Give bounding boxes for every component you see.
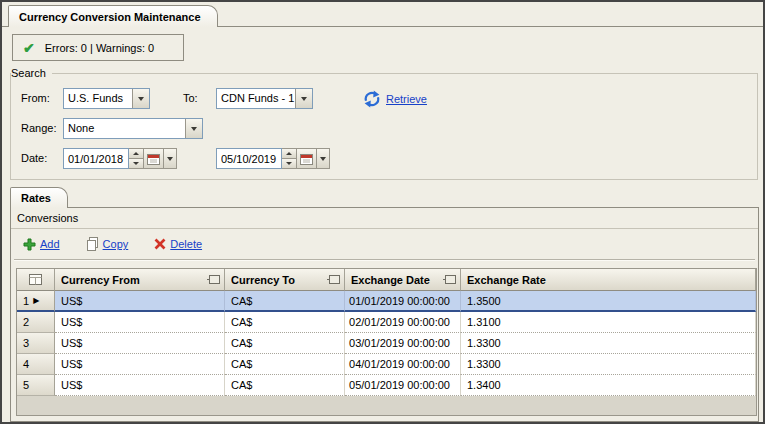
calendar-button[interactable]	[144, 148, 164, 169]
calendar-dropdown-button[interactable]	[317, 148, 330, 169]
copy-label[interactable]: Copy	[103, 238, 129, 250]
grid-toolbar: Add Copy Delete	[23, 234, 202, 254]
to-combobox[interactable]: CDN Funds - 1	[216, 88, 313, 109]
conversions-grid: Currency From Currency To Exchange Date …	[16, 268, 757, 416]
chevron-down-icon	[301, 97, 307, 101]
range-dropdown-button[interactable]	[185, 119, 202, 138]
column-header-exchange-date[interactable]: Exchange Date	[345, 269, 461, 291]
range-combobox[interactable]: None	[63, 118, 203, 139]
table-row[interactable]: 2 US$ CA$ 02/01/2019 00:00:00 1.3100	[17, 312, 756, 333]
cell-currency-to[interactable]: CA$	[225, 291, 345, 312]
calendar-icon	[300, 153, 313, 165]
row-selector[interactable]: 3	[17, 333, 55, 354]
spin-down-button[interactable]	[129, 158, 143, 168]
table-row[interactable]: 4 US$ CA$ 04/01/2019 00:00:00 1.3300	[17, 354, 756, 375]
active-row-arrow-icon: ▶	[33, 297, 39, 305]
status-box: ✔ Errors: 0 | Warnings: 0	[12, 34, 184, 61]
cell-currency-to[interactable]: CA$	[225, 312, 345, 333]
from-dropdown-button[interactable]	[132, 89, 149, 108]
from-combobox-value: U.S. Funds	[64, 89, 132, 108]
table-row[interactable]: 3 US$ CA$ 03/01/2019 00:00:00 1.3300	[17, 333, 756, 354]
arrow-down-icon	[286, 162, 292, 165]
row-selector[interactable]: 4	[17, 354, 55, 375]
pin-column-icon[interactable]	[209, 275, 220, 284]
retrieve-link[interactable]: Retrieve	[386, 93, 427, 105]
cell-currency-from[interactable]: US$	[55, 375, 225, 396]
column-header-label: Exchange Date	[351, 274, 445, 286]
add-plus-icon	[23, 238, 36, 251]
column-header-label: Currency From	[61, 274, 209, 286]
calendar-button[interactable]	[297, 148, 317, 169]
cell-exchange-date[interactable]: 02/01/2019 00:00:00	[345, 312, 461, 333]
chevron-down-icon	[167, 157, 173, 161]
main-tab-label: Currency Conversion Maintenance	[19, 11, 201, 23]
row-selector[interactable]: 1 ▶	[17, 291, 55, 312]
spin-up-button[interactable]	[129, 149, 143, 158]
arrow-up-icon	[286, 152, 292, 155]
chevron-down-icon	[138, 97, 144, 101]
cell-exchange-date[interactable]: 03/01/2019 00:00:00	[345, 333, 461, 354]
calendar-dropdown-button[interactable]	[164, 148, 177, 169]
add-button[interactable]: Add	[23, 238, 60, 251]
cell-exchange-rate[interactable]: 1.3500	[461, 291, 756, 312]
arrow-up-icon	[133, 152, 139, 155]
pin-column-icon[interactable]	[445, 275, 456, 284]
cell-currency-to[interactable]: CA$	[225, 375, 345, 396]
grid-corner-cell[interactable]	[17, 269, 55, 291]
spin-down-button[interactable]	[282, 158, 296, 168]
range-label: Range:	[21, 118, 56, 139]
delete-x-icon	[154, 238, 166, 250]
date-to-input[interactable]	[216, 148, 282, 169]
range-combobox-value: None	[64, 119, 185, 138]
row-selector[interactable]: 5	[17, 375, 55, 396]
conversions-divider	[11, 228, 758, 229]
cell-currency-to[interactable]: CA$	[225, 354, 345, 375]
column-header-currency-from[interactable]: Currency From	[55, 269, 225, 291]
cell-exchange-date[interactable]: 04/01/2019 00:00:00	[345, 354, 461, 375]
rates-panel: Conversions Add Copy	[10, 207, 759, 422]
arrow-down-icon	[133, 162, 139, 165]
date-to-spinner	[282, 148, 297, 169]
table-row[interactable]: 5 US$ CA$ 05/01/2019 00:00:00 1.3400	[17, 375, 756, 396]
chevron-down-icon	[320, 157, 326, 161]
column-header-label: Currency To	[231, 274, 329, 286]
delete-label[interactable]: Delete	[170, 238, 202, 250]
from-combobox[interactable]: U.S. Funds	[63, 88, 150, 109]
column-header-exchange-rate[interactable]: Exchange Rate	[461, 269, 756, 291]
rates-tab-label: Rates	[21, 192, 51, 204]
spin-up-button[interactable]	[282, 149, 296, 158]
cell-exchange-rate[interactable]: 1.3300	[461, 354, 756, 375]
date-from-input[interactable]	[63, 148, 129, 169]
delete-button[interactable]: Delete	[154, 238, 202, 250]
status-text: Errors: 0 | Warnings: 0	[45, 42, 154, 54]
toolbar-divider	[14, 259, 755, 260]
cell-currency-to[interactable]: CA$	[225, 333, 345, 354]
grid-header-row: Currency From Currency To Exchange Date …	[17, 269, 756, 291]
to-label: To:	[183, 88, 198, 109]
cell-currency-from[interactable]: US$	[55, 291, 225, 312]
cell-exchange-rate[interactable]: 1.3300	[461, 333, 756, 354]
search-group-label: Search	[11, 66, 52, 80]
cell-exchange-date[interactable]: 05/01/2019 00:00:00	[345, 375, 461, 396]
cell-exchange-date[interactable]: 01/01/2019 00:00:00	[345, 291, 461, 312]
calendar-icon	[147, 153, 160, 165]
date-label: Date:	[21, 148, 47, 169]
conversions-group-label: Conversions	[17, 212, 78, 224]
pin-column-icon[interactable]	[329, 275, 340, 284]
copy-button[interactable]: Copy	[86, 237, 129, 252]
search-group: Search From: U.S. Funds To: CDN Funds - …	[10, 73, 758, 180]
cell-currency-from[interactable]: US$	[55, 333, 225, 354]
cell-currency-from[interactable]: US$	[55, 354, 225, 375]
tab-currency-conversion-maintenance[interactable]: Currency Conversion Maintenance	[8, 5, 218, 27]
cell-exchange-rate[interactable]: 1.3100	[461, 312, 756, 333]
to-dropdown-button[interactable]	[295, 89, 312, 108]
column-header-currency-to[interactable]: Currency To	[225, 269, 345, 291]
row-number: 1	[23, 295, 29, 307]
retrieve-action[interactable]: Retrieve	[363, 88, 427, 109]
table-row[interactable]: 1 ▶ US$ CA$ 01/01/2019 00:00:00 1.3500	[17, 291, 756, 312]
cell-exchange-rate[interactable]: 1.3400	[461, 375, 756, 396]
row-selector[interactable]: 2	[17, 312, 55, 333]
add-label[interactable]: Add	[40, 238, 60, 250]
tab-rates[interactable]: Rates	[10, 187, 68, 208]
cell-currency-from[interactable]: US$	[55, 312, 225, 333]
